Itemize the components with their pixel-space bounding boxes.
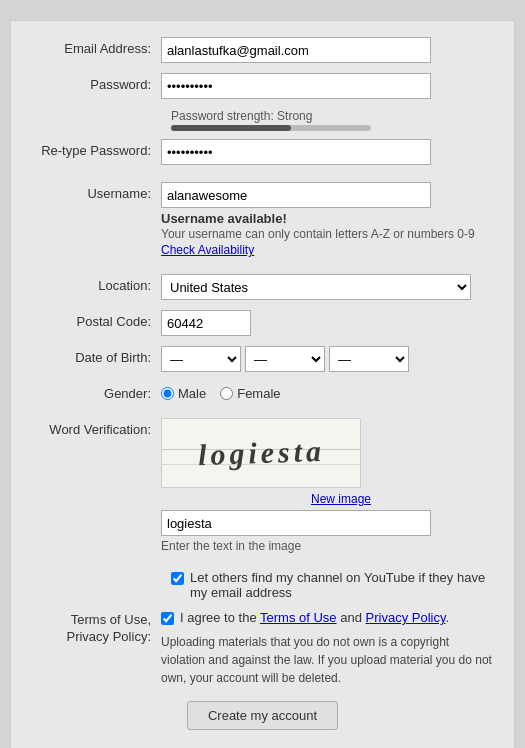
dob-selects-row: — — —: [161, 346, 494, 372]
strength-bar-bg: [171, 125, 371, 131]
find-channel-checkbox-row: Let others find my channel on YouTube if…: [171, 570, 494, 600]
word-verification-wrapper: logiesta New image Enter the text in the…: [161, 418, 494, 553]
check-availability-link[interactable]: Check Availability: [161, 243, 254, 257]
postal-input[interactable]: [161, 310, 251, 336]
username-wrapper: Username available! Your username can on…: [161, 182, 494, 257]
gender-female-option[interactable]: Female: [220, 386, 280, 401]
captcha-input[interactable]: [161, 510, 431, 536]
password-strength-row: Password strength: Strong: [171, 109, 494, 131]
username-row: Username: Username available! Your usern…: [31, 182, 494, 257]
find-channel-label: Let others find my channel on YouTube if…: [190, 570, 494, 600]
postal-label: Postal Code:: [31, 310, 161, 329]
email-wrapper: [161, 37, 494, 63]
strength-bar-fill: [171, 125, 291, 131]
location-wrapper: United States: [161, 274, 494, 300]
email-row: Email Address:: [31, 37, 494, 63]
retype-password-input[interactable]: [161, 139, 431, 165]
terms-checkbox[interactable]: [161, 612, 174, 625]
password-strength-text: Password strength: Strong: [171, 109, 494, 123]
find-channel-checkbox[interactable]: [171, 572, 184, 585]
location-row: Location: United States: [31, 274, 494, 300]
new-image-link[interactable]: New image: [161, 492, 371, 506]
word-verification-label: Word Verification:: [31, 418, 161, 437]
gender-male-option[interactable]: Male: [161, 386, 206, 401]
email-label: Email Address:: [31, 37, 161, 56]
dob-wrapper: — — —: [161, 346, 494, 372]
create-account-button[interactable]: Create my account: [187, 701, 338, 730]
privacy-policy-link[interactable]: Privacy Policy: [366, 610, 446, 625]
find-channel-row: Let others find my channel on YouTube if…: [171, 570, 494, 600]
captcha-hint-text: Enter the text in the image: [161, 539, 494, 553]
postal-wrapper: [161, 310, 494, 336]
username-input[interactable]: [161, 182, 431, 208]
location-select[interactable]: United States: [161, 274, 471, 300]
captcha-image: logiesta: [161, 418, 361, 488]
gender-male-radio[interactable]: [161, 387, 174, 400]
gender-row: Gender: Male Female: [31, 382, 494, 401]
dob-row: Date of Birth: — — —: [31, 346, 494, 372]
username-available-text: Username available!: [161, 211, 494, 226]
gender-wrapper: Male Female: [161, 382, 494, 401]
password-label: Password:: [31, 73, 161, 92]
password-input[interactable]: [161, 73, 431, 99]
terms-agreement-row: I agree to the Terms of Use and Privacy …: [161, 610, 494, 625]
gender-male-label: Male: [178, 386, 206, 401]
retype-password-label: Re-type Password:: [31, 139, 161, 158]
dob-day-select[interactable]: —: [245, 346, 325, 372]
dob-month-select[interactable]: —: [161, 346, 241, 372]
create-account-form: Email Address: Password: Password streng…: [10, 20, 515, 748]
postal-row: Postal Code:: [31, 310, 494, 336]
password-wrapper: [161, 73, 494, 99]
word-verification-row: Word Verification: logiesta New image En…: [31, 418, 494, 553]
username-hint-text: Your username can only contain letters A…: [161, 227, 494, 241]
gender-label: Gender:: [31, 382, 161, 401]
password-row: Password:: [31, 73, 494, 99]
username-label: Username:: [31, 182, 161, 201]
create-btn-wrapper: Create my account: [31, 701, 494, 730]
gender-female-label: Female: [237, 386, 280, 401]
captcha-display-text: logiesta: [197, 434, 325, 472]
email-input[interactable]: [161, 37, 431, 63]
terms-notice-text: Uploading materials that you do not own …: [161, 633, 494, 687]
terms-row: Terms of Use, Privacy Policy: I agree to…: [31, 610, 494, 687]
terms-label: Terms of Use, Privacy Policy:: [31, 610, 161, 646]
gender-female-radio[interactable]: [220, 387, 233, 400]
retype-password-row: Re-type Password:: [31, 139, 494, 165]
gender-options: Male Female: [161, 382, 494, 401]
terms-agree-text: I agree to the Terms of Use and Privacy …: [180, 610, 449, 625]
dob-year-select[interactable]: —: [329, 346, 409, 372]
terms-of-use-link[interactable]: Terms of Use: [260, 610, 337, 625]
retype-password-wrapper: [161, 139, 494, 165]
terms-wrapper: I agree to the Terms of Use and Privacy …: [161, 610, 494, 687]
dob-label: Date of Birth:: [31, 346, 161, 365]
location-label: Location:: [31, 274, 161, 293]
